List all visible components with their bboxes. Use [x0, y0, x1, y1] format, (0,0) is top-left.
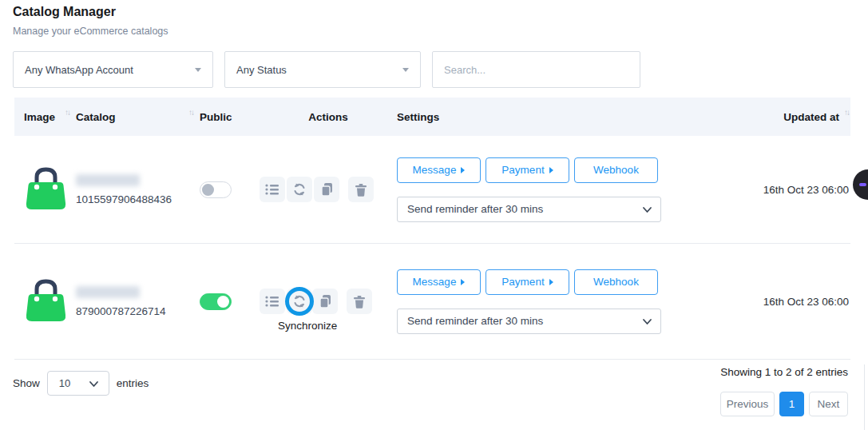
- catalog-name-cell: 1015597906488436: [76, 174, 200, 205]
- chevron-down-icon: [642, 205, 652, 217]
- sort-icon[interactable]: ↑↓: [188, 108, 193, 117]
- search-input[interactable]: [432, 51, 640, 88]
- list-icon: [265, 295, 279, 308]
- reminder-select[interactable]: Send reminder after 30 mins: [397, 309, 661, 334]
- sync-icon: [292, 294, 307, 309]
- widget-glyph-icon: [859, 183, 866, 186]
- public-cell: [200, 181, 260, 198]
- copy-icon: [320, 182, 334, 197]
- webhook-settings-button[interactable]: Webhook: [574, 157, 658, 183]
- message-settings-button[interactable]: Message: [397, 157, 481, 183]
- synchronize-button[interactable]: [287, 289, 312, 314]
- trash-icon: [355, 183, 367, 197]
- redacted-catalog-name: [76, 174, 140, 186]
- toggle-knob: [202, 184, 214, 196]
- public-toggle[interactable]: [200, 181, 232, 198]
- redacted-catalog-name: [76, 286, 140, 298]
- reminder-select-value: Send reminder after 30 mins: [407, 203, 543, 215]
- shopping-bag-icon: [24, 312, 68, 325]
- catalog-image-cell: [14, 277, 76, 326]
- floating-widget-button[interactable]: [853, 169, 868, 200]
- whatsapp-account-select-value: Any WhatsApp Account: [25, 64, 133, 76]
- message-settings-button[interactable]: Message: [397, 269, 481, 295]
- synchronize-button[interactable]: [287, 177, 312, 202]
- table-header-row: Image ↑↓ Catalog ↑↓ Public Actions Setti…: [14, 98, 850, 136]
- list-items-button[interactable]: [260, 289, 285, 314]
- payment-settings-button[interactable]: Payment: [486, 269, 569, 295]
- column-header-catalog[interactable]: Catalog ↑↓: [76, 111, 200, 123]
- caret-right-icon: [549, 279, 553, 285]
- caret-right-icon: [461, 279, 465, 285]
- reminder-select-value: Send reminder after 30 mins: [407, 315, 543, 327]
- status-select-value: Any Status: [236, 64, 287, 76]
- list-items-button[interactable]: [260, 177, 285, 202]
- catalog-table: Image ↑↓ Catalog ↑↓ Public Actions Setti…: [14, 98, 850, 360]
- page-1-button[interactable]: 1: [779, 392, 804, 416]
- catalog-name-cell: 879000787226714: [76, 286, 200, 317]
- pagination: Previous 1 Next: [720, 392, 848, 416]
- payment-settings-button[interactable]: Payment: [486, 157, 569, 183]
- chevron-down-icon: [642, 317, 652, 329]
- caret-down-icon: [402, 68, 409, 72]
- entries-summary: Showing 1 to 2 of 2 entries: [720, 366, 848, 378]
- actions-cell: Synchronize: [260, 289, 397, 314]
- status-select[interactable]: Any Status: [224, 51, 421, 88]
- column-header-updated-at[interactable]: Updated at ↑↓: [676, 111, 850, 123]
- page-size-control: Show 10 entries: [13, 371, 149, 396]
- page-subtitle: Manage your eCommerce catalogs: [13, 26, 168, 37]
- duplicate-button[interactable]: [314, 177, 339, 202]
- updated-at: 16th Oct 23 06:00: [676, 184, 850, 196]
- synchronize-tooltip-label: Synchronize: [278, 320, 337, 332]
- delete-button[interactable]: [347, 289, 372, 314]
- catalog-id: 879000787226714: [76, 305, 200, 317]
- catalog-image-cell: [14, 165, 76, 214]
- column-header-actions: Actions: [260, 111, 397, 123]
- public-cell: [200, 293, 260, 310]
- column-header-public: Public: [200, 111, 260, 123]
- catalog-manager-page: Catalog Manager Manage your eCommerce ca…: [0, 0, 868, 430]
- chevron-down-icon: [89, 379, 99, 392]
- catalog-id: 1015597906488436: [76, 193, 200, 205]
- page-size-value: 10: [59, 377, 70, 389]
- caret-right-icon: [461, 167, 465, 173]
- caret-right-icon: [549, 167, 553, 173]
- settings-cell: Message Payment Webhook Send reminder af…: [397, 157, 676, 222]
- filter-bar: Any WhatsApp Account Any Status: [13, 51, 855, 88]
- next-page-button[interactable]: Next: [809, 392, 848, 416]
- toggle-knob: [217, 296, 229, 308]
- table-row: 1015597906488436: [14, 136, 850, 244]
- page-size-select[interactable]: 10: [47, 371, 109, 396]
- whatsapp-account-select[interactable]: Any WhatsApp Account: [13, 51, 213, 88]
- column-header-image[interactable]: Image ↑↓: [14, 111, 76, 123]
- updated-at: 16th Oct 23 06:00: [676, 296, 850, 308]
- list-icon: [265, 183, 279, 196]
- table-footer: Show 10 entries Showing 1 to 2 of 2 entr…: [14, 360, 850, 430]
- entries-label: entries: [117, 377, 149, 389]
- actions-cell: [260, 177, 397, 202]
- page-title: Catalog Manager: [13, 5, 116, 19]
- delete-button[interactable]: [348, 177, 374, 202]
- table-row: 879000787226714: [14, 244, 850, 360]
- caret-down-icon: [195, 68, 201, 72]
- trash-icon: [353, 295, 366, 309]
- copy-icon: [319, 294, 332, 309]
- right-edge-divider: [864, 364, 865, 430]
- public-toggle[interactable]: [200, 293, 232, 310]
- settings-cell: Message Payment Webhook Send reminder af…: [397, 269, 676, 334]
- duplicate-button[interactable]: [312, 289, 338, 314]
- sync-icon: [292, 182, 307, 197]
- sort-icon[interactable]: ↑↓: [844, 108, 849, 117]
- previous-page-button[interactable]: Previous: [720, 392, 775, 416]
- shopping-bag-icon: [24, 200, 68, 213]
- sort-icon[interactable]: ↑↓: [65, 108, 69, 117]
- webhook-settings-button[interactable]: Webhook: [574, 269, 658, 295]
- column-header-settings: Settings: [397, 111, 676, 123]
- show-label: Show: [13, 377, 40, 389]
- reminder-select[interactable]: Send reminder after 30 mins: [397, 197, 661, 222]
